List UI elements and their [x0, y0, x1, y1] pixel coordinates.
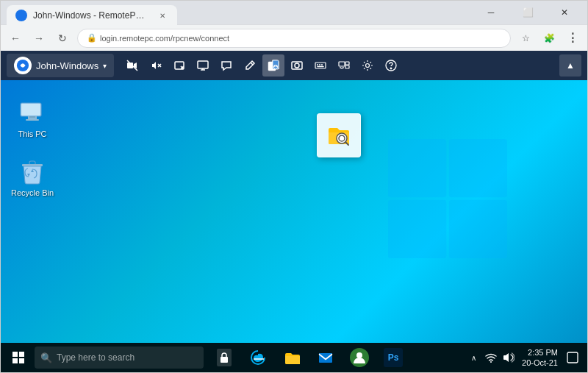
taskbar-person-app[interactable] [343, 343, 376, 372]
svg-rect-18 [345, 62, 349, 65]
svg-point-41 [490, 361, 492, 363]
recycle-bin-label: Recycle Bin [11, 188, 54, 198]
edit-btn[interactable] [239, 54, 261, 77]
tab-favicon [15, 10, 27, 21]
taskbar-ps-app[interactable]: Ps [377, 343, 409, 372]
help-btn[interactable] [380, 54, 402, 77]
collapse-btn[interactable]: ▲ [559, 54, 581, 77]
svg-rect-25 [388, 199, 446, 257]
collapse-icon: ▲ [566, 60, 575, 71]
chat-btn[interactable] [215, 54, 237, 77]
url-text: login.remotepc.com/rpcnew/connect [100, 34, 229, 43]
bookmark-btn[interactable]: ☆ [517, 29, 534, 47]
tab-title: John-Windows - RemotePC™ Viewer Lite [33, 10, 151, 21]
taskbar-security-app[interactable] [208, 343, 240, 372]
tray-expand-btn[interactable]: ∧ [466, 350, 481, 365]
svg-rect-32 [26, 119, 39, 121]
brand-chevron-icon: ▾ [103, 62, 107, 70]
svg-rect-26 [449, 199, 507, 257]
this-pc-icon-img [18, 98, 47, 127]
brand-name: John-Windows [36, 60, 98, 71]
system-clock[interactable]: 2:35 PM 20-Oct-21 [519, 347, 561, 369]
svg-rect-19 [345, 65, 349, 68]
close-btn[interactable]: ✕ [548, 1, 581, 24]
ps-icon: Ps [384, 348, 403, 367]
taskbar-file-explorer-app[interactable] [276, 343, 308, 372]
file-transfer-btn[interactable] [262, 54, 284, 77]
svg-rect-31 [21, 104, 40, 116]
refresh-btn[interactable]: ↻ [54, 29, 71, 47]
person-avatar [350, 348, 369, 367]
svg-rect-35 [19, 352, 24, 357]
svg-rect-23 [388, 139, 446, 197]
menu-btn[interactable]: ⋮ [564, 29, 581, 47]
taskbar-search-icon: 🔍 [40, 352, 52, 363]
recycle-bin-icon[interactable]: Recycle Bin [7, 154, 58, 201]
keyboard-btn[interactable] [309, 54, 331, 77]
forward-btn[interactable]: → [30, 29, 48, 47]
svg-rect-37 [19, 358, 24, 363]
taskbar-edge-app[interactable] [242, 343, 274, 372]
resize-btn[interactable] [168, 54, 190, 77]
audio-icon[interactable] [501, 350, 516, 365]
monitor-btn[interactable] [192, 54, 214, 77]
chrome-titlebar: John-Windows - RemotePC™ Viewer Lite ✕ ─… [1, 1, 587, 24]
clock-date: 20-Oct-21 [522, 358, 558, 368]
taskbar-search-text: Type here to search [57, 352, 135, 363]
recycle-bin-icon-img [18, 157, 47, 186]
svg-point-22 [390, 68, 392, 69]
svg-rect-34 [12, 352, 18, 357]
tab-close-btn[interactable]: ✕ [157, 10, 168, 21]
multi-monitor-btn[interactable] [333, 54, 355, 77]
taskbar-search[interactable]: 🔍 Type here to search [35, 347, 204, 369]
chrome-tab[interactable]: John-Windows - RemotePC™ Viewer Lite ✕ [7, 5, 177, 26]
maximize-btn[interactable]: ⬜ [511, 1, 545, 24]
svg-rect-36 [12, 358, 18, 363]
system-tray: ∧ [466, 347, 584, 369]
svg-point-20 [366, 64, 370, 68]
svg-rect-42 [567, 352, 578, 363]
svg-point-11 [295, 63, 299, 68]
svg-rect-24 [449, 139, 507, 197]
windows-taskbar: 🔍 Type here to search [1, 343, 587, 372]
notification-btn[interactable] [564, 349, 581, 366]
wifi-icon[interactable] [484, 350, 498, 365]
svg-rect-39 [319, 353, 332, 363]
this-pc-label: This PC [18, 129, 46, 139]
file-popup[interactable] [317, 113, 361, 157]
brand-logo [14, 57, 32, 74]
svg-rect-38 [220, 357, 228, 363]
audio-off-btn[interactable] [145, 54, 167, 77]
back-btn[interactable]: ← [7, 29, 24, 47]
windows-desktop[interactable]: This PC [1, 80, 587, 343]
viewer-content: John-Windows ▾ [1, 51, 587, 372]
lock-icon [217, 349, 232, 366]
window-controls: ─ ⬜ ✕ [474, 1, 581, 24]
svg-rect-6 [198, 61, 208, 68]
chrome-addressbar: ← → ↻ 🔒 login.remotepc.com/rpcnew/connec… [1, 24, 587, 51]
start-btn[interactable] [4, 343, 33, 372]
taskbar-apps: Ps [208, 343, 409, 372]
clock-time: 2:35 PM [528, 347, 558, 358]
extensions-btn[interactable]: 🧩 [540, 29, 558, 47]
this-pc-icon[interactable]: This PC [7, 95, 58, 142]
settings-btn[interactable] [356, 54, 379, 77]
svg-point-40 [356, 352, 362, 358]
windows-logo-watermark [381, 132, 514, 265]
video-off-btn[interactable] [121, 54, 143, 77]
svg-rect-12 [315, 63, 326, 68]
chrome-browser: John-Windows - RemotePC™ Viewer Lite ✕ ─… [0, 0, 588, 373]
brand-button[interactable]: John-Windows ▾ [7, 54, 114, 77]
svg-rect-17 [339, 62, 345, 66]
address-bar[interactable]: 🔒 login.remotepc.com/rpcnew/connect [77, 29, 511, 48]
remotepc-toolbar: John-Windows ▾ [1, 51, 587, 80]
svg-rect-33 [22, 164, 43, 166]
taskbar-mail-app[interactable] [309, 343, 342, 372]
minimize-btn[interactable]: ─ [474, 1, 508, 24]
screenshot-btn[interactable] [286, 54, 308, 77]
